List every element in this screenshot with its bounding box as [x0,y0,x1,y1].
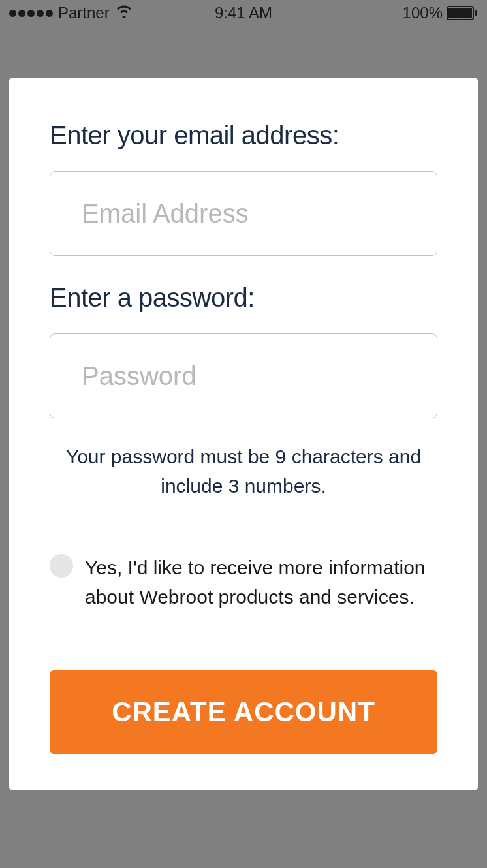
signal-strength-icon [9,10,53,17]
status-bar-right: 100% [403,4,478,22]
signup-modal: Enter your email address: Enter a passwo… [9,78,478,790]
battery-percent-label: 100% [403,4,443,22]
marketing-optin-label: Yes, I'd like to receive more informatio… [85,553,437,612]
create-account-button[interactable]: CREATE ACCOUNT [50,670,437,754]
status-bar-left: Partner [9,4,133,22]
password-input[interactable] [50,333,437,418]
email-label: Enter your email address: [50,121,437,150]
password-field-group: Enter a password: [50,283,437,418]
svg-rect-2 [475,10,477,16]
marketing-optin-checkbox[interactable] [50,554,73,578]
status-bar: Partner 9:41 AM 100% [0,0,487,26]
status-time: 9:41 AM [215,4,272,22]
battery-icon [447,6,478,20]
wifi-icon [115,4,133,22]
email-field-group: Enter your email address: [50,121,437,256]
svg-rect-1 [448,8,472,18]
carrier-label: Partner [58,4,110,22]
password-hint: Your password must be 9 characters and i… [50,442,437,501]
marketing-optin-row: Yes, I'd like to receive more informatio… [50,553,437,612]
email-input[interactable] [50,171,437,256]
password-label: Enter a password: [50,283,437,313]
